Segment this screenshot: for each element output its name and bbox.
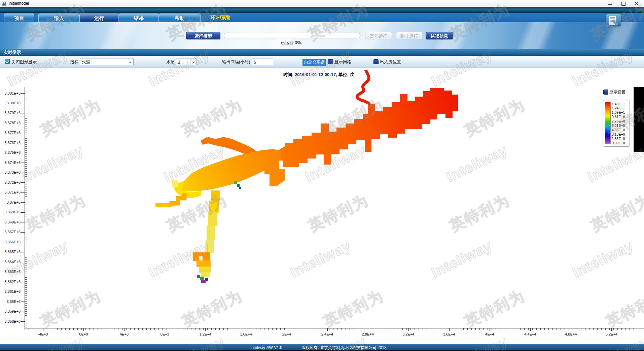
colorbar-value: 0.00E+0	[612, 141, 629, 145]
layer-select[interactable]: 1	[176, 59, 197, 65]
x-axis-tick	[327, 328, 328, 331]
y-axis-label: 3.377E+6	[1, 131, 21, 135]
y-axis-tick	[21, 272, 25, 272]
tab-help[interactable]: 帮助	[159, 13, 201, 23]
colorbar-value: 1.09E+1	[612, 110, 629, 114]
application-window: initialmodel 项目 输入 运行 结果 帮助 环评/预警 运行模型 已…	[0, 0, 644, 351]
ribbon-top-band	[0, 7, 644, 13]
x-axis-tick	[287, 328, 287, 331]
chevron-down-icon	[192, 62, 195, 63]
y-axis-tick	[21, 232, 25, 233]
maximize-button[interactable]	[619, 1, 628, 6]
chevron-down-icon	[129, 62, 132, 63]
y-axis-tick	[21, 282, 25, 282]
y-axis-label: 3.361E+6	[1, 289, 21, 293]
realtime-display-header: 实时显示	[0, 49, 644, 56]
y-axis-tick	[21, 133, 25, 133]
x-axis-tick	[530, 328, 531, 331]
close-graph-checkbox[interactable]	[5, 59, 10, 64]
show-grid-label: 显示网格	[334, 59, 351, 65]
interval-label: 输出间隔(小时)	[222, 59, 250, 65]
x-axis-label: 1.6E+4	[234, 332, 258, 336]
show-grid-checkbox[interactable]	[328, 59, 333, 64]
report-edit-icon[interactable]	[606, 14, 621, 27]
x-axis-label: 4E+4	[477, 332, 502, 336]
interval-input[interactable]: 6	[252, 59, 273, 65]
x-axis-tick	[571, 328, 571, 331]
plot-right-border	[633, 87, 633, 152]
river-temperature-heatmap	[25, 70, 644, 328]
x-axis-tick	[43, 328, 43, 331]
custom-spectrum-link[interactable]: 自定义图谱	[302, 59, 326, 66]
x-axis-label: 8E+3	[153, 332, 177, 336]
y-axis-label: 3.378E+6	[1, 121, 21, 125]
y-axis-label: 3.364E+6	[1, 260, 21, 264]
flow-position-checkbox[interactable]	[373, 59, 379, 64]
y-axis-tick	[21, 153, 25, 153]
x-axis-label: -4E+3	[31, 332, 55, 336]
y-axis-tick	[21, 192, 25, 193]
colorbar-value: 7.76E+0	[612, 119, 629, 123]
y-axis-tick	[21, 123, 25, 123]
y-axis-tick	[21, 212, 25, 213]
y-axis-tick	[21, 292, 25, 292]
minimize-button[interactable]	[605, 1, 614, 6]
stop-run-button[interactable]: 终止运行	[396, 32, 422, 39]
y-axis-label: 3.358E+6	[1, 319, 21, 323]
x-axis-tick	[449, 328, 450, 331]
error-info-button[interactable]: 错误信息	[426, 32, 453, 39]
y-axis-label: 3.365E+6	[1, 250, 21, 254]
tab-run[interactable]: 运行	[79, 13, 119, 23]
x-axis-tick	[165, 328, 165, 331]
y-axis-label: 3.373E+6	[1, 170, 21, 174]
progress-bar	[224, 33, 360, 38]
tab-result[interactable]: 结果	[119, 13, 159, 23]
y-axis-label: 3.362E+6	[1, 280, 21, 284]
colorbar-value: 1.24E+1	[612, 106, 629, 110]
x-axis-label: 4.8E+4	[559, 332, 583, 336]
tab-input[interactable]: 输入	[38, 13, 79, 23]
colorbar-value: 6.21E+0	[612, 124, 629, 128]
show-background-label: 显示背景	[609, 90, 625, 95]
pause-run-button[interactable]: 暂停运行	[365, 32, 392, 39]
y-axis-label: 3.375E+6	[1, 150, 21, 154]
x-axis-tick	[83, 328, 84, 331]
show-background-checkbox[interactable]	[603, 90, 608, 95]
y-axis-tick	[21, 163, 25, 163]
colorbar-value: 1.55E+0	[612, 137, 629, 141]
menu-tab-row: 项目 输入 运行 结果 帮助 环评/预警	[0, 13, 644, 22]
close-graph-label: 关闭图形显示	[11, 59, 37, 65]
x-axis-label: 2E+4	[275, 332, 299, 336]
x-axis-label: 2.8E+4	[356, 332, 380, 336]
title-bar: initialmodel	[0, 0, 644, 7]
x-axis-label: 3.2E+4	[396, 332, 421, 336]
indicator-select[interactable]: 水温	[80, 59, 134, 65]
y-axis-tick	[21, 312, 25, 312]
x-axis-tick	[124, 328, 124, 331]
tab-project[interactable]: 项目	[4, 13, 34, 23]
y-axis-tick	[21, 113, 25, 113]
run-model-button[interactable]: 运行模型	[186, 32, 220, 39]
indicator-label: 指标	[70, 59, 78, 65]
tab-env-warning[interactable]: 环评/预警	[210, 15, 230, 21]
y-axis-label: 3.371E+6	[1, 190, 21, 194]
y-axis-label: 3.372E+6	[1, 180, 21, 184]
y-axis-label: 3.38E+6	[1, 101, 21, 105]
y-axis-label: 3.36E+6	[1, 300, 21, 304]
y-axis-tick	[21, 242, 25, 242]
x-axis-minor-ticks	[25, 328, 644, 330]
app-icon	[1, 1, 7, 6]
x-axis-label: 2.4E+4	[315, 332, 339, 336]
progress-label: 已运行 0%。	[281, 40, 305, 46]
colorbar-value: 1.40E+1	[612, 102, 629, 106]
y-axis-tick	[21, 182, 25, 183]
x-axis-label: 1.2E+4	[193, 332, 217, 336]
close-button[interactable]	[632, 1, 641, 6]
colorbar-value: 4.66E+0	[612, 128, 629, 132]
y-axis-tick	[21, 143, 25, 143]
y-axis-tick	[21, 302, 25, 302]
x-axis-label: 0E+0	[71, 332, 96, 336]
y-axis-label: 3.363E+6	[1, 270, 21, 274]
y-axis-tick	[21, 321, 25, 322]
x-axis-tick	[368, 328, 368, 331]
